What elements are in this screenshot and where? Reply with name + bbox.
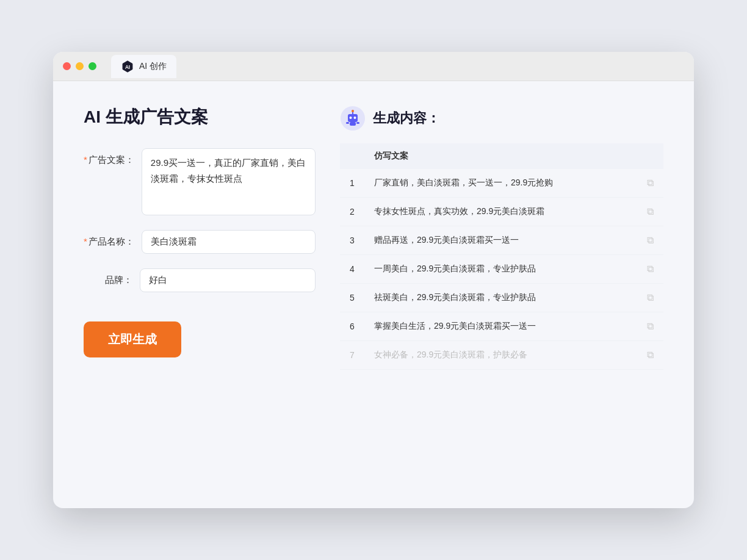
row-copy-text: 掌握美白生活，29.9元美白淡斑霜买一送一 bbox=[364, 312, 637, 341]
copy-header: 仿写文案 bbox=[364, 143, 637, 169]
svg-rect-9 bbox=[346, 122, 349, 124]
brand-label: 品牌： bbox=[84, 268, 132, 286]
main-content: AI 生成广告文案 *广告文案： 29.9买一送一，真正的厂家直销，美白淡斑霜，… bbox=[53, 81, 694, 508]
table-row: 6掌握美白生活，29.9元美白淡斑霜买一送一⧉ bbox=[340, 312, 663, 341]
tab-label: AI 创作 bbox=[139, 61, 167, 72]
close-button[interactable] bbox=[63, 62, 71, 70]
maximize-button[interactable] bbox=[88, 62, 96, 70]
page-title: AI 生成广告文案 bbox=[84, 106, 316, 129]
row-number: 6 bbox=[340, 312, 364, 341]
svg-rect-10 bbox=[356, 122, 359, 124]
row-number: 7 bbox=[340, 341, 364, 370]
svg-point-7 bbox=[352, 110, 354, 112]
product-name-group: *产品名称： bbox=[84, 230, 316, 254]
table-row: 1厂家直销，美白淡斑霜，买一送一，29.9元抢购⧉ bbox=[340, 169, 663, 198]
row-number: 2 bbox=[340, 198, 364, 226]
svg-text:AI: AI bbox=[125, 64, 130, 70]
ad-copy-input[interactable]: 29.9买一送一，真正的厂家直销，美白淡斑霜，专抹女性斑点 bbox=[142, 148, 316, 215]
row-copy-text: 女神必备，29.9元美白淡斑霜，护肤必备 bbox=[364, 341, 637, 370]
table-row: 7女神必备，29.9元美白淡斑霜，护肤必备⧉ bbox=[340, 341, 663, 370]
table-row: 5祛斑美白，29.9元美白淡斑霜，专业护肤品⧉ bbox=[340, 284, 663, 312]
copy-icon[interactable]: ⧉ bbox=[637, 255, 663, 284]
action-header bbox=[637, 143, 663, 169]
copy-icon[interactable]: ⧉ bbox=[637, 341, 663, 370]
product-name-label: *产品名称： bbox=[84, 230, 134, 248]
row-number: 4 bbox=[340, 255, 364, 284]
right-panel: 生成内容： 仿写文案 1厂家直销，美白淡斑霜，买一送一，29.9元抢购⧉2专抹女… bbox=[340, 106, 663, 484]
generate-button[interactable]: 立即生成 bbox=[84, 321, 181, 357]
row-number: 1 bbox=[340, 169, 364, 198]
row-number: 5 bbox=[340, 284, 364, 312]
product-name-input[interactable] bbox=[142, 230, 316, 254]
copy-icon[interactable]: ⧉ bbox=[637, 284, 663, 312]
row-copy-text: 赠品再送，29.9元美白淡斑霜买一送一 bbox=[364, 226, 637, 255]
traffic-lights bbox=[63, 62, 96, 70]
copy-icon[interactable]: ⧉ bbox=[637, 198, 663, 226]
row-copy-text: 一周美白，29.9元美白淡斑霜，专业护肤品 bbox=[364, 255, 637, 284]
right-title: 生成内容： bbox=[373, 109, 440, 127]
num-header bbox=[340, 143, 364, 169]
browser-window: AI AI 创作 AI 生成广告文案 *广告文案： 29.9买一送一，真正的厂家… bbox=[53, 52, 694, 508]
product-name-required: * bbox=[84, 236, 87, 246]
brand-input[interactable] bbox=[140, 268, 316, 292]
ad-copy-required: * bbox=[84, 154, 87, 165]
table-row: 2专抹女性斑点，真实功效，29.9元美白淡斑霜⧉ bbox=[340, 198, 663, 226]
results-table: 仿写文案 1厂家直销，美白淡斑霜，买一送一，29.9元抢购⧉2专抹女性斑点，真实… bbox=[340, 143, 663, 370]
left-panel: AI 生成广告文案 *广告文案： 29.9买一送一，真正的厂家直销，美白淡斑霜，… bbox=[84, 106, 316, 484]
svg-point-5 bbox=[354, 117, 356, 119]
ad-copy-group: *广告文案： 29.9买一送一，真正的厂家直销，美白淡斑霜，专抹女性斑点 bbox=[84, 148, 316, 215]
titlebar: AI AI 创作 bbox=[53, 52, 694, 81]
right-header: 生成内容： bbox=[340, 106, 663, 131]
svg-point-4 bbox=[350, 117, 352, 119]
table-row: 3赠品再送，29.9元美白淡斑霜买一送一⧉ bbox=[340, 226, 663, 255]
row-number: 3 bbox=[340, 226, 364, 255]
copy-icon[interactable]: ⧉ bbox=[637, 226, 663, 255]
minimize-button[interactable] bbox=[76, 62, 84, 70]
row-copy-text: 专抹女性斑点，真实功效，29.9元美白淡斑霜 bbox=[364, 198, 637, 226]
svg-rect-8 bbox=[350, 122, 356, 126]
ai-tab-icon: AI bbox=[121, 60, 134, 73]
table-row: 4一周美白，29.9元美白淡斑霜，专业护肤品⧉ bbox=[340, 255, 663, 284]
copy-icon[interactable]: ⧉ bbox=[637, 312, 663, 341]
row-copy-text: 祛斑美白，29.9元美白淡斑霜，专业护肤品 bbox=[364, 284, 637, 312]
browser-tab[interactable]: AI AI 创作 bbox=[111, 55, 176, 78]
robot-icon bbox=[340, 106, 366, 131]
brand-group: 品牌： bbox=[84, 268, 316, 292]
row-copy-text: 厂家直销，美白淡斑霜，买一送一，29.9元抢购 bbox=[364, 169, 637, 198]
copy-icon[interactable]: ⧉ bbox=[637, 169, 663, 198]
ad-copy-label: *广告文案： bbox=[84, 148, 134, 166]
svg-rect-3 bbox=[348, 114, 358, 122]
